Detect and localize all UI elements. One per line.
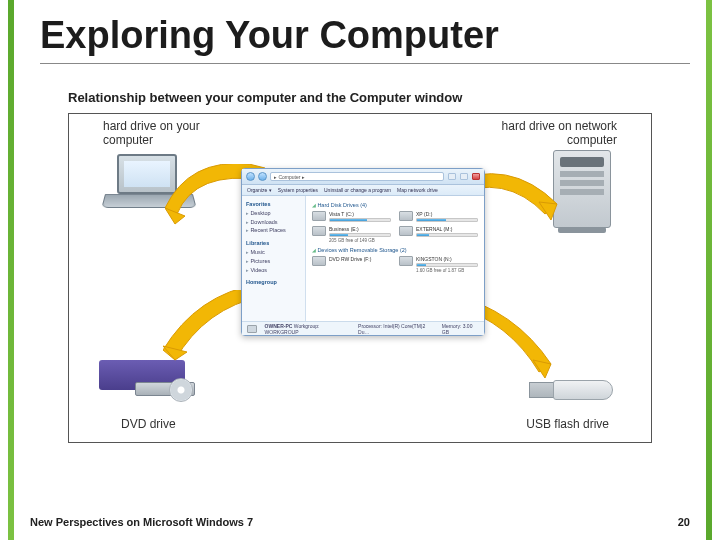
drive-c[interactable]: Vista T (C:): [312, 211, 391, 222]
toolbar-uninstall[interactable]: Uninstall or change a program: [324, 187, 391, 193]
book-title: New Perspectives on Microsoft Windows 7: [30, 516, 253, 528]
dvd-drive-icon: [99, 360, 203, 408]
window-toolbar: Organize ▾ System properties Uninstall o…: [242, 185, 484, 196]
window-maximize-button[interactable]: [460, 173, 468, 180]
nav-item-downloads[interactable]: Downloads: [246, 218, 301, 227]
nav-pane: Favorites Desktop Downloads Recent Place…: [242, 196, 306, 321]
title-block: Exploring Your Computer: [40, 14, 690, 64]
optical-drive-icon: [312, 256, 326, 266]
section-removable-title: Devices with Removable Storage (2): [312, 247, 478, 253]
pc-memory: Memory: 3.00 GB: [442, 323, 479, 335]
nav-homegroup-header[interactable]: Homegroup: [246, 278, 301, 287]
toolbar-system-properties[interactable]: System properties: [278, 187, 318, 193]
hdd-icon: [399, 226, 413, 236]
figure-box: hard drive on yourcomputer hard drive on…: [68, 113, 652, 443]
nav-item-pictures[interactable]: Pictures: [246, 257, 301, 266]
computer-icon: [247, 325, 257, 333]
window-minimize-button[interactable]: [448, 173, 456, 180]
label-hard-drive-network: hard drive on networkcomputer: [502, 120, 617, 148]
content-pane: Hard Disk Drives (4) Vista T (C:) XP (D:…: [306, 196, 484, 321]
title-underline: [40, 63, 690, 64]
hdd-icon: [399, 211, 413, 221]
figure-caption: Relationship between your computer and t…: [68, 90, 652, 105]
drive-m[interactable]: EXTERNAL (M:): [399, 226, 478, 243]
window-close-button[interactable]: [472, 173, 480, 180]
laptop-icon: [105, 154, 195, 216]
slide-title: Exploring Your Computer: [40, 14, 690, 57]
nav-item-music[interactable]: Music: [246, 248, 301, 257]
usb-drive-small-icon: [399, 256, 413, 266]
nav-item-desktop[interactable]: Desktop: [246, 209, 301, 218]
hdd-icon: [312, 226, 326, 236]
nav-item-videos[interactable]: Videos: [246, 266, 301, 275]
slide-footer: New Perspectives on Microsoft Windows 7 …: [30, 516, 690, 528]
hdd-icon: [312, 211, 326, 221]
computer-window: ▸ Computer ▸ Organize ▾ System propertie…: [241, 168, 485, 336]
nav-libraries-header[interactable]: Libraries: [246, 239, 301, 248]
drive-e[interactable]: Business (E:)205 GB free of 149 GB: [312, 226, 391, 243]
nav-forward-icon[interactable]: [258, 172, 267, 181]
details-pane: OWNER-PC Workgroup: WORKGROUP Processor:…: [242, 321, 484, 335]
nav-back-icon[interactable]: [246, 172, 255, 181]
figure: Relationship between your computer and t…: [68, 90, 652, 443]
drive-dvd[interactable]: DVD RW Drive (F:): [312, 256, 391, 273]
page-number: 20: [678, 516, 690, 528]
label-usb-drive: USB flash drive: [526, 418, 609, 432]
toolbar-organize[interactable]: Organize ▾: [247, 187, 272, 193]
label-dvd-drive: DVD drive: [121, 418, 176, 432]
drive-kingston[interactable]: KINGSTON (N:)1.60 GB free of 1.87 GB: [399, 256, 478, 273]
usb-drive-icon: [529, 374, 613, 406]
section-hdd-title: Hard Disk Drives (4): [312, 202, 478, 208]
slide-border-right: [706, 0, 712, 540]
network-tower-icon: [553, 150, 611, 228]
pc-processor: Processor: Intel(R) Core(TM)2 Du…: [358, 323, 434, 335]
slide-border-left: [8, 0, 14, 540]
address-bar[interactable]: ▸ Computer ▸: [270, 172, 444, 181]
label-hard-drive-local: hard drive on yourcomputer: [103, 120, 200, 148]
drive-d[interactable]: XP (D:): [399, 211, 478, 222]
toolbar-map-drive[interactable]: Map network drive: [397, 187, 438, 193]
nav-favorites-header[interactable]: Favorites: [246, 200, 301, 209]
nav-item-recent[interactable]: Recent Places: [246, 226, 301, 235]
window-titlebar: ▸ Computer ▸: [242, 169, 484, 185]
